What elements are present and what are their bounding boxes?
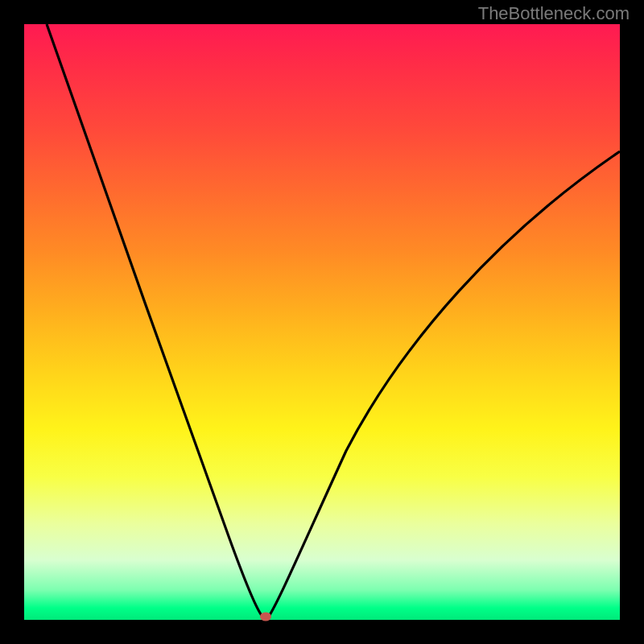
v-curve-path	[47, 24, 620, 617]
watermark-text: TheBottleneck.com	[478, 3, 630, 24]
gradient-plot-area	[24, 24, 620, 620]
minimum-marker	[260, 613, 271, 621]
bottleneck-curve	[24, 24, 620, 620]
